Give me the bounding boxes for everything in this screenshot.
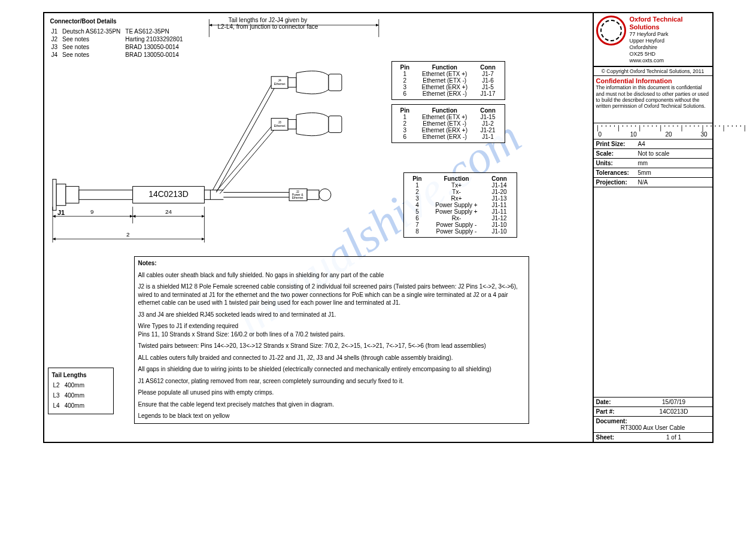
dim-9: 9 — [90, 208, 94, 215]
meta-print-size: Print Size:A4 — [594, 139, 712, 149]
pin-row: 7Power Supply -J1-10 — [408, 222, 513, 228]
note-item: J3 and J4 are shielded RJ45 socketed lea… — [138, 311, 525, 319]
svg-rect-8 — [204, 190, 210, 199]
svg-rect-5 — [65, 186, 78, 203]
tail-row: L2400mm — [53, 381, 88, 390]
meta-sheet: Sheet:1 of 1 — [594, 433, 712, 442]
svg-rect-22 — [288, 120, 296, 129]
note-item: ALL cables outers fully braided and conn… — [138, 354, 525, 362]
meta-units: Units:mm — [594, 159, 712, 168]
tail-row: L4400mm — [53, 401, 88, 410]
company-logo-box: Oxford Technical Solutions 77 Heyford Pa… — [594, 13, 712, 67]
title-block: Oxford Technical Solutions 77 Heyford Pa… — [593, 13, 712, 442]
confidential-box: Confidential Information The information… — [594, 76, 712, 123]
company-addr3: Oxfordshire — [630, 44, 710, 51]
svg-line-19 — [216, 127, 271, 192]
company-addr1: 77 Heyford Park — [630, 31, 710, 38]
notes-title: Notes: — [138, 259, 525, 268]
connector-row: J1Deutsch AS612-35PNTE AS612-35PN — [51, 28, 187, 35]
pin-row: 2Tx-J1-20 — [408, 189, 513, 195]
connector-row: J4See notesBRAD 130050-0014 — [51, 51, 187, 58]
pin-row: 3Ethernet (ERX +)J1-21 — [396, 127, 501, 134]
copyright: © Copyright Oxford Technical Solutions, … — [594, 67, 712, 76]
ruler-box: |''''|''''|''''|''''|''''|''''|''''| 0 1… — [594, 123, 712, 139]
pin-row: 5Power Supply +J1-11 — [408, 208, 513, 215]
connector-details-title: Connector/Boot Details — [50, 18, 199, 25]
note-item: Legends to be black text on yellow — [138, 412, 525, 420]
meta-projection: Projection:N/A — [594, 178, 712, 187]
note-item: Twisted pairs between: Pins 14<->20, 13<… — [138, 342, 525, 350]
svg-text:Ethernet: Ethernet — [274, 124, 285, 128]
company-web: www.oxts.com — [630, 57, 710, 64]
confidential-title: Confidential Information — [596, 77, 710, 84]
ruler-20: 20 — [666, 131, 672, 138]
svg-rect-29 — [288, 78, 296, 87]
ruler-10: 10 — [630, 131, 637, 138]
meta-scale: Scale:Not to scale — [594, 149, 712, 159]
pin-row: 3Rx+J1-13 — [408, 195, 513, 202]
pin-row: 6Ethernet (ERX -)J1-1 — [396, 134, 501, 140]
svg-text:Ethernet: Ethernet — [292, 196, 303, 199]
svg-rect-23 — [328, 116, 341, 133]
pin-row: 4Power Supply +J1-11 — [408, 202, 513, 208]
svg-text:Ethernet: Ethernet — [274, 82, 285, 86]
pin-row: 6Ethernet (ERX -)J1-17 — [396, 90, 501, 97]
pin-row: 3Ethernet (ERX +)J1-5 — [396, 84, 501, 90]
meta-part: Part #:14C0213D — [594, 407, 712, 417]
pinout-j2: PinFunctionConn 1Tx+J1-14 2Tx-J1-20 3Rx+… — [403, 172, 517, 238]
svg-line-20 — [220, 129, 275, 194]
ruler-30: 30 — [700, 131, 707, 138]
tail-length-note: Tail lengths for J2-J4 given by L2-L4, f… — [218, 17, 318, 30]
dim-2: 2 — [126, 231, 129, 238]
note-item: Please populate all unused pins with emp… — [138, 389, 525, 397]
connector-details-table: J1Deutsch AS612-35PNTE AS612-35PN J2See … — [50, 27, 188, 59]
note-item: J2 is a shielded M12 8 Pole Female scree… — [138, 283, 525, 307]
j1-label: J1 — [57, 209, 64, 216]
cable-part-label: 14C0213D — [148, 189, 189, 199]
note-item: All gaps in shielding due to wiring join… — [138, 365, 525, 374]
svg-rect-30 — [328, 74, 341, 91]
pin-row: 2Ethernet (ETX -)J1-2 — [396, 120, 501, 127]
meta-tolerances: Tolerances:5mm — [594, 168, 712, 178]
ruler-ticks: |''''|''''|''''|''''|''''|''''|''''| — [596, 125, 710, 131]
note-item: Ensure that the cable legend text precis… — [138, 400, 525, 409]
pinout-j3: PinFunctionConn 1Ethernet (ETX +)J1-15 2… — [391, 104, 505, 143]
meta-date: Date:15/07/19 — [594, 397, 712, 407]
tail-row: L3400mm — [53, 391, 88, 400]
drawing-sheet: manualshive.com Oxford Technical Solutio… — [43, 12, 714, 443]
notes-box: Notes: All cables outer sheath black and… — [134, 256, 529, 424]
svg-point-15 — [318, 189, 330, 201]
company-addr4: OX25 5HD — [630, 51, 710, 57]
svg-rect-6 — [78, 190, 132, 199]
meta-document: Document:RT3000 Aux User Cable — [594, 417, 712, 433]
pin-row: 6Rx-J1-12 — [408, 215, 513, 222]
tail-lengths-box: Tail Lengths L2400mm L3400mm L4400mm — [48, 368, 114, 414]
pin-row: 1Ethernet (ETX +)J1-7 — [396, 71, 501, 77]
ruler-0: 0 — [599, 131, 602, 138]
connector-row: J3See notesBRAD 130050-0014 — [51, 44, 187, 50]
pin-row: 1Ethernet (ETX +)J1-15 — [396, 114, 501, 120]
pin-row: 2Ethernet (ETX -)J1-6 — [396, 77, 501, 84]
note-item: J1 AS612 conector, plating removed from … — [138, 377, 525, 386]
company-addr2: Upper Heyford — [630, 38, 710, 44]
pinout-j4: PinFunctionConn 1Ethernet (ETX +)J1-7 2E… — [391, 61, 505, 100]
dim-24: 24 — [165, 208, 172, 215]
pin-row: 1Tx+J1-14 — [408, 182, 513, 189]
confidential-text: The information in this document is conf… — [596, 84, 710, 109]
connector-details-box: Connector/Boot Details J1Deutsch AS612-3… — [47, 16, 202, 62]
company-name: Oxford Technical Solutions — [630, 16, 710, 31]
note-item: Wire Types to J1 if extending required P… — [138, 322, 525, 338]
tail-lengths-title: Tail Lengths — [52, 371, 110, 380]
connector-row: J2See notesHarting 21033292801 — [51, 36, 187, 43]
svg-rect-3 — [56, 184, 65, 205]
note-item: All cables outer sheath black and fully … — [138, 271, 525, 280]
svg-rect-4 — [52, 179, 56, 210]
company-logo-icon — [596, 16, 626, 45]
pin-row: 8Power Supply -J1-10 — [408, 228, 513, 235]
svg-rect-14 — [307, 190, 319, 199]
